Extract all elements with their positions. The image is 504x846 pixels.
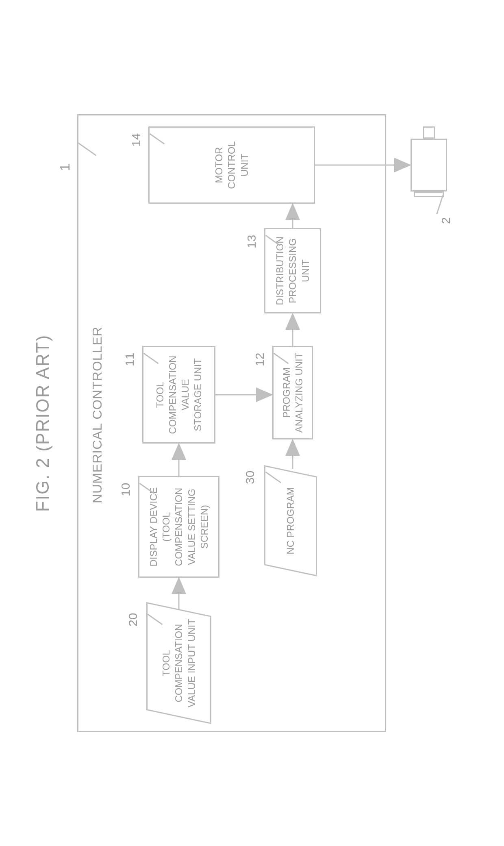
motor-body [411, 139, 447, 191]
program-analyzing-unit: PROGRAM ANALYZING UNIT [272, 346, 313, 439]
figure-title: FIG. 2 (PRIOR ART) [33, 98, 53, 748]
controller-label: NUMERICAL CONTROLLER [90, 326, 105, 503]
block-30-label: NC PROGRAM [264, 472, 317, 570]
ref-10: 10 [119, 483, 133, 496]
nc-program: NC PROGRAM [264, 472, 317, 570]
numerical-controller-frame: NUMERICAL CONTROLLER [77, 114, 386, 732]
ref-12: 12 [253, 352, 267, 366]
ref-14: 14 [129, 133, 143, 146]
motor-cap [414, 191, 444, 197]
diagram-canvas: FIG. 2 (PRIOR ART) NUMERICAL CONTROLLER … [28, 98, 476, 748]
ref-30: 30 [243, 470, 257, 484]
leader-2 [436, 195, 443, 214]
ref-2: 2 [439, 217, 453, 224]
block-20-label: TOOL COMPENSATION VALUE INPUT UNIT [146, 610, 211, 716]
ref-13: 13 [245, 235, 259, 248]
motor-control-unit: MOTOR CONTROL UNIT [148, 126, 315, 204]
tool-comp-input-unit: TOOL COMPENSATION VALUE INPUT UNIT [146, 610, 211, 716]
ref-11: 11 [123, 352, 137, 366]
ref-1: 1 [57, 163, 73, 171]
motor-shaft [423, 126, 435, 139]
ref-20: 20 [126, 613, 140, 626]
